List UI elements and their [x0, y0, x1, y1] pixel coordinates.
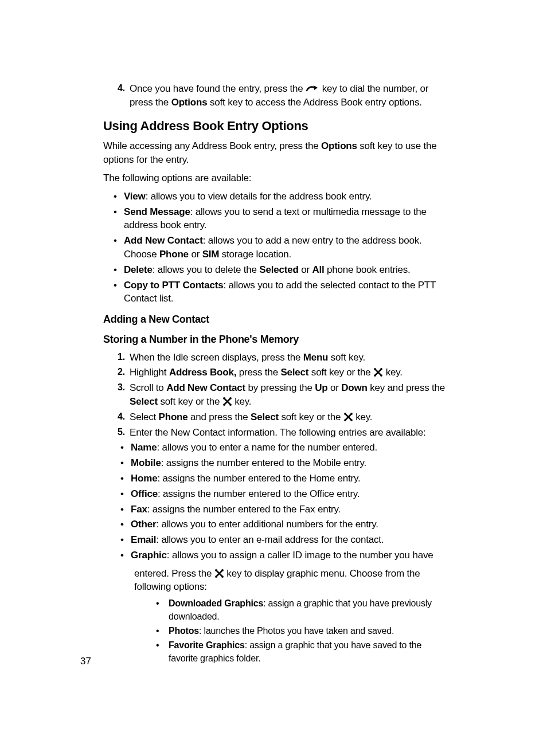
- list-item: •Downloaded Graphics: assign a graphic t…: [156, 597, 447, 623]
- paragraph: entered. Press the key to display graphi…: [134, 567, 447, 594]
- list-item: •Other: allows you to enter additional n…: [120, 518, 447, 531]
- list-item: 5.Enter the New Contact information. The…: [115, 426, 447, 440]
- list-item: 4.Select Phone and press the Select soft…: [115, 410, 447, 424]
- heading-storing-number: Storing a Number in the Phone's Memory: [103, 332, 447, 347]
- list-item: 1.When the Idle screen displays, press t…: [115, 351, 447, 365]
- list-item: 3.Scroll to Add New Contact by pressing …: [115, 381, 447, 409]
- list-item: •Favorite Graphics: assign a graphic tha…: [156, 639, 447, 665]
- list-item: •Email: allows you to enter an e-mail ad…: [120, 533, 447, 547]
- list-item: •Add New Contact: allows you to add a ne…: [114, 234, 447, 261]
- paragraph: The following options are available:: [103, 171, 447, 185]
- page-content: 4. Once you have found the entry, press …: [0, 0, 547, 701]
- list-item: 2.Highlight Address Book, press the Sele…: [115, 366, 447, 379]
- list-item: •Send Message: allows you to send a text…: [114, 205, 447, 233]
- list-item: •Graphic: allows you to assign a caller …: [120, 549, 447, 562]
- x-key-icon: [222, 397, 232, 406]
- list-item: •Photos: launches the Photos you have ta…: [156, 625, 447, 637]
- paragraph: While accessing any Address Book entry, …: [103, 139, 447, 167]
- list-item: •Home: assigns the number entered to the…: [120, 472, 447, 485]
- list-item: •Delete: allows you to delete the Select…: [114, 263, 447, 277]
- x-key-icon: [343, 412, 353, 422]
- list-item: •Copy to PTT Contacts: allows you to add…: [114, 279, 447, 306]
- list-item: •Mobile: assigns the number entered to t…: [120, 456, 447, 470]
- list-item: •View: allows you to view details for th…: [114, 190, 447, 203]
- x-key-icon: [373, 367, 383, 377]
- x-key-icon: [214, 569, 224, 578]
- list-item: 4. Once you have found the entry, press …: [115, 82, 447, 109]
- send-key-icon: [306, 85, 319, 93]
- heading-adding-contact: Adding a New Contact: [103, 312, 447, 327]
- page-number: 37: [80, 656, 91, 667]
- list-item: •Fax: assigns the number entered to the …: [120, 503, 447, 516]
- list-item: •Name: allows you to enter a name for th…: [120, 441, 447, 455]
- heading-using-address: Using Address Book Entry Options: [103, 117, 447, 135]
- list-item: •Office: assigns the number entered to t…: [120, 487, 447, 501]
